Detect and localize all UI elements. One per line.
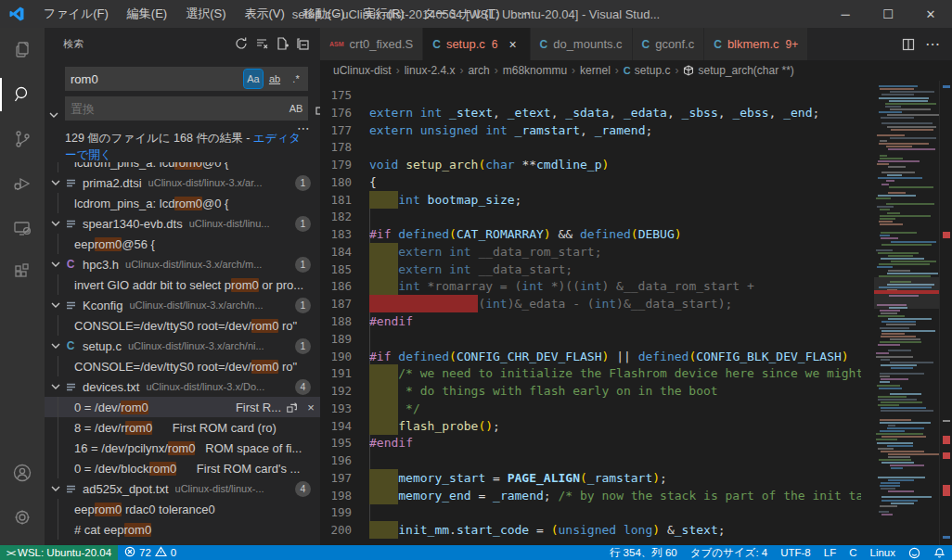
match-highlight: rom0 [174, 162, 202, 170]
match-count-badge: 1 [295, 175, 311, 191]
code-line-200: init_mm.start_code = (unsigned long) &_s… [369, 521, 861, 539]
breadcrumb-folder[interactable]: uClinux-dist [333, 64, 392, 77]
status-item[interactable]: Linux [864, 545, 903, 560]
close-button[interactable]: ✕ [909, 0, 952, 28]
search-box: Aa ab .* [65, 67, 308, 91]
run-debug-icon[interactable] [0, 161, 45, 206]
tab-setup-c[interactable]: Csetup.c6× [423, 28, 530, 60]
menu-item-f[interactable]: ファイル(F) [34, 0, 118, 28]
search-result-file-row[interactable]: spear1340-evb.dtsuClinux-dist/linu...1 [45, 213, 320, 234]
tab-blkmem-c[interactable]: Cblkmem.c9+ [704, 28, 808, 60]
indent-guide [58, 315, 58, 336]
breadcrumb-folder[interactable]: m68knommu [503, 64, 567, 77]
search-result-file-row[interactable]: prima2.dtsiuClinux-dist/linux-3.x/ar...1 [45, 172, 320, 193]
minimap-line [888, 255, 913, 257]
file-path: uClinux-dist/linux-... [175, 483, 291, 494]
more-actions-icon[interactable]: ⋯ [920, 32, 945, 57]
search-result-match-row[interactable]: CONSOLE=/dev/ttyS0 root=/dev/rom0 ro" [45, 315, 320, 336]
chevron-down-icon[interactable] [48, 177, 63, 188]
code-editor[interactable]: · · ·· 175176177178179180181182183184185… [320, 81, 952, 545]
remote-explorer-icon[interactable] [0, 206, 45, 250]
search-result-file-row[interactable]: Chpc3.huClinux-dist/linux-3.x/arch/m...1 [45, 254, 320, 274]
replace-input[interactable] [71, 102, 287, 116]
open-new-search-editor-icon[interactable] [272, 33, 292, 54]
search-result-file-row[interactable]: devices.txtuClinux-dist/linux-3.x/Do...4 [45, 376, 320, 397]
split-editor-icon[interactable] [896, 32, 920, 57]
clear-search-results-icon[interactable] [251, 33, 272, 54]
tab-crt0_fixed-S[interactable]: ASMcrt0_fixed.S [320, 28, 423, 60]
search-result-file-row[interactable]: Csetup.cuClinux-dist/linux-3.x/arch/ni..… [45, 336, 320, 356]
search-result-match-row[interactable]: 16 = /dev/pcilynx/rom0 ROM space of fi..… [45, 438, 320, 458]
settings-gear-icon[interactable] [0, 495, 45, 540]
search-result-match-row[interactable]: 0 = /dev/blockrom0 First ROM card's ... [45, 458, 320, 478]
line-number: 200 [320, 521, 352, 539]
feedback-icon[interactable] [902, 545, 927, 560]
refresh-icon[interactable] [231, 33, 251, 54]
collapse-all-icon[interactable] [292, 33, 313, 54]
search-input[interactable] [71, 72, 244, 86]
source-control-icon[interactable] [0, 117, 45, 161]
search-result-match-row[interactable]: 0 = /dev/rom0First R...× [45, 397, 320, 417]
search-result-match-row[interactable]: 8 = /dev/rrom0 First ROM card (ro) [45, 417, 320, 438]
minimap[interactable] [874, 81, 939, 545]
account-icon[interactable] [0, 451, 45, 495]
tab-gconf-c[interactable]: Cgconf.c [633, 28, 705, 60]
error-icon [124, 546, 135, 559]
extensions-icon[interactable] [0, 250, 45, 295]
status-item[interactable]: LF [817, 545, 843, 560]
remote-indicator[interactable]: >< WSL: Ubuntu-20.04 [0, 545, 118, 560]
breadcrumb[interactable]: uClinux-dist›linux-2.4.x›arch›m68knommu›… [320, 60, 952, 81]
chevron-down-icon[interactable] [48, 259, 63, 270]
status-item[interactable]: UTF-8 [774, 545, 817, 560]
breadcrumb-symbol[interactable]: setup_arch(char **) [698, 64, 793, 77]
breadcrumb-folder[interactable]: linux-2.4.x [405, 64, 456, 77]
maximize-button[interactable]: ☐ [867, 0, 909, 28]
toggle-replace-chevron-icon[interactable] [46, 108, 61, 122]
dismiss-match-icon[interactable]: × [302, 398, 320, 416]
chevron-down-icon[interactable] [48, 218, 63, 229]
regex-toggle[interactable]: .* [287, 70, 305, 88]
chevron-down-icon[interactable] [48, 483, 63, 494]
match-case-toggle[interactable]: Aa [244, 70, 263, 88]
search-result-match-row[interactable]: invert GIO addr bit to select prom0 or p… [45, 274, 320, 295]
status-item[interactable]: タブのサイズ: 4 [684, 545, 774, 560]
explorer-icon[interactable] [0, 28, 45, 72]
chevron-down-icon[interactable] [48, 299, 63, 311]
breadcrumb-file[interactable]: setup.c [635, 64, 671, 77]
search-result-match-row[interactable]: eeprom0 rdac0 tolerance0 [45, 499, 320, 519]
search-result-match-row[interactable]: lcdrom_pins_a: lcdrom0@0 { [45, 193, 320, 213]
tab-close-icon[interactable]: × [506, 37, 521, 52]
search-result-match-row[interactable]: lcdrom_pins_a: lcdrom0@0 { [45, 162, 320, 172]
menu-item-s[interactable]: 選択(S) [176, 0, 235, 28]
minimize-button[interactable]: ─ [824, 0, 867, 28]
search-result-match-row[interactable]: eeprom0@56 { [45, 234, 320, 254]
search-result-match-row[interactable]: CONSOLE=/dev/ttyS0 root=/dev/rom0 ro" [45, 356, 320, 376]
minimap-line [880, 223, 903, 225]
tab-do_mounts-c[interactable]: Cdo_mounts.c [531, 28, 633, 60]
match-text: eep [74, 237, 95, 251]
status-item[interactable]: C [843, 545, 863, 560]
replace-all-icon[interactable] [312, 98, 320, 119]
menu-item-e[interactable]: 編集(E) [118, 0, 176, 28]
search-result-match-row[interactable]: # cat eeprom0 [45, 519, 320, 540]
search-icon[interactable] [0, 72, 45, 117]
whole-word-toggle[interactable]: ab [265, 70, 284, 88]
search-result-file-row[interactable]: ad525x_dpot.txtuClinux-dist/linux-...4 [45, 478, 320, 499]
chevron-down-icon[interactable] [48, 381, 63, 392]
overview-ruler-mark [943, 536, 950, 539]
search-result-file-row[interactable]: KconfiguClinux-dist/linux-3.x/arch/n...1 [45, 295, 320, 315]
minimap-line [881, 330, 935, 332]
preserve-case-toggle[interactable]: AB [287, 99, 305, 118]
replace-match-icon[interactable] [283, 398, 302, 416]
minimap-line [880, 215, 931, 217]
overview-ruler[interactable] [939, 81, 952, 545]
minimap-line [877, 266, 893, 268]
bell-icon[interactable] [927, 545, 952, 560]
breadcrumb-folder[interactable]: arch [468, 64, 489, 77]
menu-item-v[interactable]: 表示(V) [236, 0, 294, 28]
minimap-line [879, 85, 918, 87]
chevron-down-icon[interactable] [48, 340, 63, 351]
status-item[interactable]: 行 354、列 60 [603, 545, 684, 560]
breadcrumb-folder[interactable]: kernel [580, 64, 611, 77]
problems-indicator[interactable]: 72 0 [118, 545, 183, 560]
